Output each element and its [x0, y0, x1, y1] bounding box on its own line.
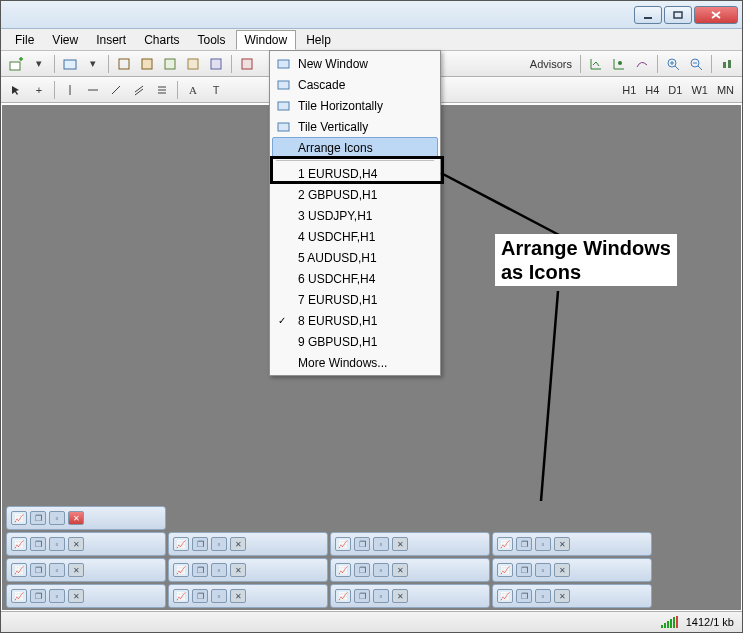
- maximize-icon[interactable]: ▫: [211, 563, 227, 577]
- terminal-icon[interactable]: [182, 54, 204, 74]
- restore-icon[interactable]: ❐: [30, 511, 46, 525]
- restore-icon[interactable]: ❐: [192, 537, 208, 551]
- close-icon[interactable]: ✕: [230, 537, 246, 551]
- minimized-window[interactable]: 📈❐▫✕: [6, 558, 166, 582]
- minimized-window[interactable]: 📈❐▫✕: [330, 584, 490, 608]
- hline-icon[interactable]: [82, 80, 104, 100]
- menu-insert[interactable]: Insert: [88, 31, 134, 49]
- restore-icon[interactable]: ❐: [354, 537, 370, 551]
- close-icon[interactable]: ✕: [68, 511, 84, 525]
- maximize-icon[interactable]: ▫: [373, 537, 389, 551]
- close-icon[interactable]: ✕: [392, 589, 408, 603]
- close-icon[interactable]: ✕: [554, 589, 570, 603]
- maximize-icon[interactable]: ▫: [211, 537, 227, 551]
- menu-item-arrange-icons[interactable]: Arrange Icons: [272, 137, 438, 158]
- menu-item-4-usdchf-h1[interactable]: 4 USDCHF,H1: [272, 226, 438, 247]
- vline-icon[interactable]: [59, 80, 81, 100]
- close-icon[interactable]: ✕: [230, 589, 246, 603]
- menu-item-tile-vertically[interactable]: Tile Vertically: [272, 116, 438, 137]
- dropdown-arrow-icon[interactable]: ▾: [28, 54, 50, 74]
- menu-item-more-windows-[interactable]: More Windows...: [272, 352, 438, 373]
- menu-item-3-usdjpy-h1[interactable]: 3 USDJPY,H1: [272, 205, 438, 226]
- text-icon[interactable]: A: [182, 80, 204, 100]
- minimized-window[interactable]: 📈❐▫✕: [168, 558, 328, 582]
- menu-item-9-gbpusd-h1[interactable]: 9 GBPUSD,H1: [272, 331, 438, 352]
- maximize-icon[interactable]: ▫: [535, 563, 551, 577]
- restore-icon[interactable]: ❐: [354, 589, 370, 603]
- dropdown-arrow-icon[interactable]: ▾: [82, 54, 104, 74]
- new-chart-icon[interactable]: [5, 54, 27, 74]
- text-label-icon[interactable]: T: [205, 80, 227, 100]
- menu-item-2-gbpusd-h1[interactable]: 2 GBPUSD,H1: [272, 184, 438, 205]
- maximize-icon[interactable]: ▫: [211, 589, 227, 603]
- indicator-1-icon[interactable]: [585, 54, 607, 74]
- minimized-window[interactable]: 📈❐▫✕: [492, 558, 652, 582]
- minimized-window[interactable]: 📈❐▫✕: [168, 532, 328, 556]
- crosshair-icon[interactable]: +: [28, 80, 50, 100]
- restore-icon[interactable]: ❐: [30, 589, 46, 603]
- maximize-icon[interactable]: ▫: [535, 589, 551, 603]
- menu-file[interactable]: File: [7, 31, 42, 49]
- tf-mn[interactable]: MN: [713, 84, 738, 96]
- tf-h1[interactable]: H1: [618, 84, 640, 96]
- menu-item-8-eurusd-h1[interactable]: ✓8 EURUSD,H1: [272, 310, 438, 331]
- trendline-icon[interactable]: [105, 80, 127, 100]
- profiles-icon[interactable]: [59, 54, 81, 74]
- new-order-icon[interactable]: [236, 54, 258, 74]
- restore-icon[interactable]: ❐: [516, 589, 532, 603]
- minimized-window[interactable]: 📈❐▫✕: [168, 584, 328, 608]
- tf-d1[interactable]: D1: [664, 84, 686, 96]
- menu-item-tile-horizontally[interactable]: Tile Horizontally: [272, 95, 438, 116]
- fibo-icon[interactable]: [151, 80, 173, 100]
- zoom-in-icon[interactable]: [662, 54, 684, 74]
- minimized-window[interactable]: 📈❐▫✕: [330, 558, 490, 582]
- menu-charts[interactable]: Charts: [136, 31, 187, 49]
- market-watch-icon[interactable]: [113, 54, 135, 74]
- maximize-button[interactable]: [664, 6, 692, 24]
- data-window-icon[interactable]: [136, 54, 158, 74]
- close-button[interactable]: [694, 6, 738, 24]
- menu-view[interactable]: View: [44, 31, 86, 49]
- minimized-window[interactable]: 📈❐▫✕: [492, 532, 652, 556]
- menu-item-5-audusd-h1[interactable]: 5 AUDUSD,H1: [272, 247, 438, 268]
- menu-window[interactable]: Window: [236, 30, 297, 50]
- tf-w1[interactable]: W1: [687, 84, 712, 96]
- menu-tools[interactable]: Tools: [190, 31, 234, 49]
- strategy-tester-icon[interactable]: [205, 54, 227, 74]
- chart-type-icon[interactable]: [716, 54, 738, 74]
- maximize-icon[interactable]: ▫: [49, 511, 65, 525]
- menu-item-new-window[interactable]: New Window: [272, 53, 438, 74]
- close-icon[interactable]: ✕: [392, 537, 408, 551]
- navigator-icon[interactable]: [159, 54, 181, 74]
- channel-icon[interactable]: [128, 80, 150, 100]
- cursor-icon[interactable]: [5, 80, 27, 100]
- maximize-icon[interactable]: ▫: [535, 537, 551, 551]
- menu-item-cascade[interactable]: Cascade: [272, 74, 438, 95]
- indicator-2-icon[interactable]: [608, 54, 630, 74]
- restore-icon[interactable]: ❐: [354, 563, 370, 577]
- close-icon[interactable]: ✕: [68, 537, 84, 551]
- close-icon[interactable]: ✕: [554, 563, 570, 577]
- restore-icon[interactable]: ❐: [516, 537, 532, 551]
- menu-item-6-usdchf-h4[interactable]: 6 USDCHF,H4: [272, 268, 438, 289]
- restore-icon[interactable]: ❐: [516, 563, 532, 577]
- maximize-icon[interactable]: ▫: [373, 589, 389, 603]
- minimized-window[interactable]: 📈❐▫✕: [330, 532, 490, 556]
- close-icon[interactable]: ✕: [554, 537, 570, 551]
- indicator-3-icon[interactable]: [631, 54, 653, 74]
- menu-help[interactable]: Help: [298, 31, 339, 49]
- close-icon[interactable]: ✕: [230, 563, 246, 577]
- close-icon[interactable]: ✕: [68, 563, 84, 577]
- minimized-window[interactable]: 📈❐▫✕: [6, 584, 166, 608]
- maximize-icon[interactable]: ▫: [49, 589, 65, 603]
- menu-item-1-eurusd-h4[interactable]: 1 EURUSD,H4: [272, 163, 438, 184]
- tf-h4[interactable]: H4: [641, 84, 663, 96]
- restore-icon[interactable]: ❐: [30, 537, 46, 551]
- maximize-icon[interactable]: ▫: [49, 537, 65, 551]
- minimized-window[interactable]: 📈❐▫✕: [6, 532, 166, 556]
- maximize-icon[interactable]: ▫: [49, 563, 65, 577]
- zoom-out-icon[interactable]: [685, 54, 707, 74]
- close-icon[interactable]: ✕: [68, 589, 84, 603]
- maximize-icon[interactable]: ▫: [373, 563, 389, 577]
- menu-item-7-eurusd-h1[interactable]: 7 EURUSD,H1: [272, 289, 438, 310]
